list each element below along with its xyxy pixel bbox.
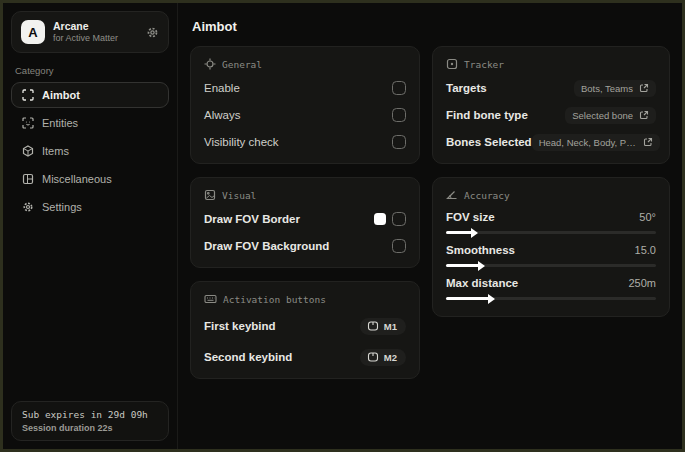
enable-checkbox[interactable] bbox=[392, 81, 406, 95]
mouse-icon bbox=[367, 321, 379, 331]
expand-icon bbox=[639, 83, 649, 93]
keyboard-icon bbox=[204, 293, 217, 305]
category-label: Category bbox=[15, 65, 165, 76]
setting-row: Bones Selected Head, Neck, Body, Pe.. bbox=[446, 133, 656, 151]
sidebar-item-label: Aimbot bbox=[42, 89, 80, 101]
sidebar-item-miscellaneous[interactable]: Miscellaneous bbox=[11, 166, 169, 192]
setting-row: Draw FOV Border bbox=[204, 210, 406, 228]
smoothness-setting: Smoothness 15.0 bbox=[446, 244, 656, 267]
app-window: A Arcane for Active Matter Category bbox=[0, 0, 685, 452]
setting-label: Max distance bbox=[446, 277, 518, 289]
setting-row: Visibility check bbox=[204, 133, 406, 151]
first-keybind-button[interactable]: M1 bbox=[360, 318, 406, 335]
setting-label: First keybind bbox=[204, 320, 276, 332]
image-icon bbox=[204, 189, 216, 201]
slider-thumb[interactable] bbox=[488, 294, 495, 304]
brand-name: Arcane bbox=[53, 20, 138, 33]
always-checkbox[interactable] bbox=[392, 108, 406, 122]
card-title: Accuracy bbox=[464, 190, 510, 201]
subscription-info-card: Sub expires in 29d 09h Session duration … bbox=[11, 401, 169, 441]
setting-label: Smoothness bbox=[446, 244, 515, 256]
keybind-value: M2 bbox=[384, 352, 397, 363]
smoothness-slider[interactable] bbox=[446, 264, 656, 267]
mouse-icon bbox=[367, 352, 379, 362]
setting-label: FOV size bbox=[446, 211, 495, 223]
slider-fill bbox=[446, 297, 492, 300]
setting-row: Targets Bots, Teams bbox=[446, 79, 656, 97]
sidebar-item-label: Miscellaneous bbox=[42, 173, 112, 185]
setting-value: 250m bbox=[628, 277, 656, 289]
keybind-value: M1 bbox=[384, 321, 397, 332]
setting-value: 15.0 bbox=[635, 244, 656, 256]
dropdown-value: Bots, Teams bbox=[581, 83, 633, 94]
setting-label: Find bone type bbox=[446, 109, 528, 121]
dropdown-value: Head, Neck, Body, Pe.. bbox=[539, 137, 637, 148]
fov-size-slider[interactable] bbox=[446, 231, 656, 234]
sidebar-item-label: Items bbox=[42, 145, 69, 157]
setting-label: Second keybind bbox=[204, 351, 292, 363]
gear-icon[interactable] bbox=[146, 26, 159, 39]
brand-subtitle: for Active Matter bbox=[53, 33, 138, 44]
tracker-card: Tracker Targets Bots, Teams bbox=[432, 46, 670, 164]
card-title: Tracker bbox=[464, 59, 504, 70]
panels-icon bbox=[21, 173, 34, 185]
slider-fill bbox=[446, 231, 475, 234]
setting-label: Enable bbox=[204, 82, 240, 94]
category-nav: Aimbot Entities bbox=[11, 82, 169, 220]
brand-logo: A bbox=[21, 20, 45, 44]
gear-icon bbox=[21, 201, 34, 213]
sidebar-item-entities[interactable]: Entities bbox=[11, 110, 169, 136]
activation-card-header: Activation buttons bbox=[204, 293, 406, 305]
card-title: Visual bbox=[222, 190, 256, 201]
visual-card: Visual Draw FOV Border Draw FOV Backgrou… bbox=[190, 177, 420, 268]
sidebar-item-label: Settings bbox=[42, 201, 82, 213]
setting-label: Visibility check bbox=[204, 136, 279, 148]
card-title: Activation buttons bbox=[223, 294, 326, 305]
targets-dropdown[interactable]: Bots, Teams bbox=[574, 80, 656, 97]
slider-thumb[interactable] bbox=[478, 261, 485, 271]
dropdown-value: Selected bone bbox=[572, 110, 633, 121]
setting-label: Draw FOV Border bbox=[204, 213, 300, 225]
setting-row: Always bbox=[204, 106, 406, 124]
setting-label: Bones Selected bbox=[446, 136, 532, 148]
setting-row: First keybind M1 bbox=[204, 317, 406, 335]
bones-selected-dropdown[interactable]: Head, Neck, Body, Pe.. bbox=[532, 134, 660, 151]
crosshair-icon bbox=[204, 58, 216, 70]
max-distance-slider[interactable] bbox=[446, 297, 656, 300]
entity-scan-icon bbox=[21, 117, 34, 129]
setting-row: Find bone type Selected bone bbox=[446, 106, 656, 124]
setting-label: Always bbox=[204, 109, 240, 121]
draw-fov-border-checkbox[interactable] bbox=[392, 212, 406, 226]
activation-buttons-card: Activation buttons First keybind M1 bbox=[190, 281, 420, 379]
expand-icon bbox=[643, 137, 653, 147]
setting-label: Targets bbox=[446, 82, 487, 94]
sidebar: A Arcane for Active Matter Category bbox=[3, 3, 178, 449]
max-distance-setting: Max distance 250m bbox=[446, 277, 656, 300]
sidebar-item-label: Entities bbox=[42, 117, 78, 129]
slider-thumb[interactable] bbox=[471, 228, 478, 238]
general-card-header: General bbox=[204, 58, 406, 70]
second-keybind-button[interactable]: M2 bbox=[360, 349, 406, 366]
setting-row: Draw FOV Background bbox=[204, 237, 406, 255]
visibility-check-checkbox[interactable] bbox=[392, 135, 406, 149]
session-duration-text: Session duration 22s bbox=[22, 423, 158, 433]
setting-row: Enable bbox=[204, 79, 406, 97]
sidebar-item-aimbot[interactable]: Aimbot bbox=[11, 82, 169, 108]
setting-value: 50° bbox=[639, 211, 656, 223]
cube-icon bbox=[21, 145, 34, 157]
sidebar-item-items[interactable]: Items bbox=[11, 138, 169, 164]
brand-card: A Arcane for Active Matter bbox=[11, 11, 169, 53]
slider-fill bbox=[446, 264, 482, 267]
brand-text: Arcane for Active Matter bbox=[53, 20, 138, 44]
general-card: General Enable Always Visibility check bbox=[190, 46, 420, 164]
sidebar-item-settings[interactable]: Settings bbox=[11, 194, 169, 220]
card-title: General bbox=[222, 59, 262, 70]
find-bone-type-dropdown[interactable]: Selected bone bbox=[565, 107, 656, 124]
page-title: Aimbot bbox=[192, 19, 670, 34]
fov-border-color-swatch[interactable] bbox=[374, 213, 386, 225]
angle-icon bbox=[446, 189, 458, 201]
draw-fov-background-checkbox[interactable] bbox=[392, 239, 406, 253]
tracker-card-header: Tracker bbox=[446, 58, 656, 70]
setting-row: Second keybind M2 bbox=[204, 348, 406, 366]
setting-label: Draw FOV Background bbox=[204, 240, 329, 252]
